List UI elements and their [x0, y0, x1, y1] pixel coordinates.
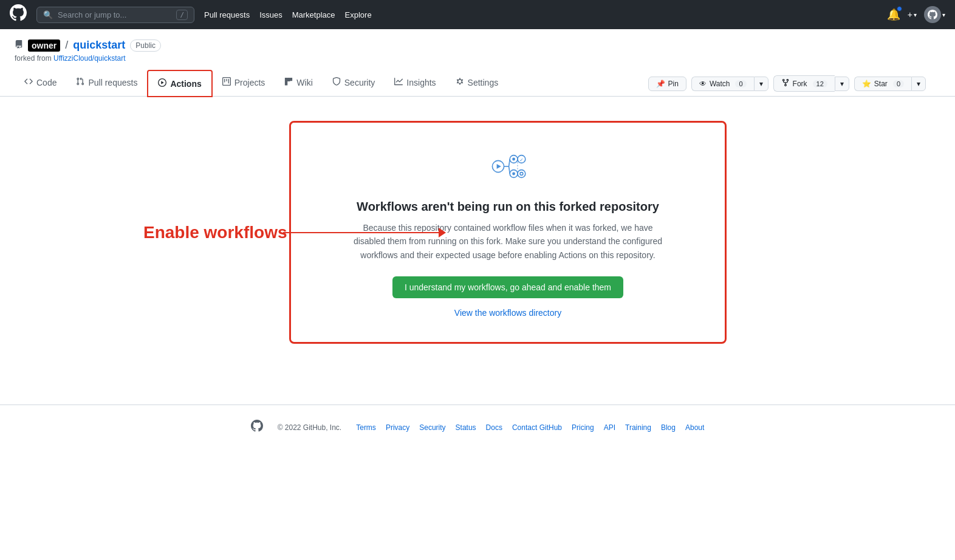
topnav: 🔍 Search or jump to... / Pull requests I…	[0, 0, 955, 29]
svg-line-8	[509, 166, 510, 174]
fork-source-link[interactable]: UffizziCloud/quickstart	[53, 54, 126, 63]
plus-chevron-icon: ▾	[914, 12, 917, 18]
nav-explore[interactable]: Explore	[345, 10, 372, 19]
tab-security-label: Security	[344, 78, 375, 87]
tab-code[interactable]: Code	[15, 70, 66, 96]
svg-point-4	[512, 158, 515, 161]
tab-actions-label: Actions	[170, 79, 201, 89]
tab-security[interactable]: Security	[323, 70, 385, 96]
footer-github-logo	[251, 420, 263, 435]
annotation-line	[283, 232, 441, 233]
eye-icon: 👁	[699, 80, 707, 88]
footer-links: Terms Privacy Security Status Docs Conta…	[356, 423, 704, 432]
footer-blog-link[interactable]: Blog	[661, 423, 676, 432]
tab-wiki-label: Wiki	[296, 78, 312, 87]
annotation-area: Enable workflows	[143, 121, 812, 344]
tab-actions[interactable]: Actions	[147, 70, 212, 97]
workflow-diagram-icon: ✓	[488, 147, 527, 188]
footer-status-link[interactable]: Status	[456, 423, 476, 432]
star-icon: ⭐	[862, 80, 871, 88]
topnav-links: Pull requests Issues Marketplace Explore	[204, 10, 372, 19]
star-dropdown-button[interactable]: ▾	[911, 77, 926, 91]
actions-play-icon	[158, 78, 166, 89]
pin-icon: 📌	[656, 80, 665, 88]
footer-docs-link[interactable]: Docs	[486, 423, 502, 432]
repo-owner-icon	[15, 40, 23, 50]
footer-copyright: © 2022 GitHub, Inc.	[278, 423, 342, 432]
fork-button[interactable]: Fork 12	[773, 75, 835, 92]
fork-icon	[781, 78, 790, 89]
code-icon	[24, 77, 33, 87]
nav-pull-requests[interactable]: Pull requests	[204, 10, 250, 19]
svg-point-11	[518, 170, 525, 178]
svg-point-6	[512, 172, 515, 176]
tab-insights-label: Insights	[406, 78, 436, 87]
projects-icon	[222, 77, 231, 87]
repo-owner-link[interactable]: owner	[28, 39, 60, 52]
github-logo[interactable]	[10, 4, 27, 25]
repo-visibility-badge: Public	[130, 39, 161, 52]
view-workflows-directory-link[interactable]: View the workflows directory	[327, 308, 688, 318]
tab-projects-label: Projects	[234, 78, 265, 87]
repo-header: owner / quickstart Public forked from Uf…	[0, 29, 955, 97]
search-shortcut: /	[176, 10, 188, 20]
workflow-icon-wrapper: ✓	[327, 147, 688, 188]
wiki-icon	[284, 77, 293, 87]
tab-settings[interactable]: Settings	[446, 70, 508, 96]
search-icon: 🔍	[43, 10, 53, 19]
svg-line-7	[509, 159, 510, 166]
footer-pricing-link[interactable]: Pricing	[572, 423, 594, 432]
watch-dropdown-button[interactable]: ▾	[754, 77, 768, 91]
pr-icon	[76, 77, 84, 87]
pin-button[interactable]: 📌 Pin	[648, 77, 686, 91]
enable-workflows-annotation: Enable workflows	[143, 223, 287, 242]
footer-contact-link[interactable]: Contact GitHub	[512, 423, 562, 432]
search-bar[interactable]: 🔍 Search or jump to... /	[36, 7, 194, 23]
annotation-arrowhead-icon	[439, 228, 446, 237]
repo-name-link[interactable]: quickstart	[73, 39, 125, 52]
tab-wiki[interactable]: Wiki	[275, 70, 322, 96]
avatar-chevron-icon: ▾	[942, 12, 945, 18]
footer-security-link[interactable]: Security	[419, 423, 445, 432]
tab-pr-label: Pull requests	[88, 78, 137, 87]
footer-terms-link[interactable]: Terms	[356, 423, 376, 432]
svg-marker-1	[497, 164, 501, 169]
nav-marketplace[interactable]: Marketplace	[292, 10, 335, 19]
footer-api-link[interactable]: API	[604, 423, 615, 432]
search-placeholder: Search or jump to...	[58, 10, 126, 19]
footer-privacy-link[interactable]: Privacy	[386, 423, 409, 432]
tab-insights[interactable]: Insights	[385, 70, 445, 96]
tab-pull-requests[interactable]: Pull requests	[66, 70, 147, 96]
settings-gear-icon	[456, 77, 464, 87]
repo-separator: /	[65, 39, 68, 52]
user-avatar-button[interactable]: ▾	[924, 6, 945, 23]
footer-about-link[interactable]: About	[685, 423, 704, 432]
repo-fork-line: forked from UffizziCloud/quickstart	[15, 54, 940, 63]
workflow-card-description: Because this repository contained workfl…	[350, 221, 666, 262]
svg-point-12	[520, 172, 523, 176]
workflow-card-title: Workflows aren't being run on this forke…	[327, 200, 688, 214]
topnav-right: 🔔 + ▾ ▾	[887, 6, 945, 23]
tab-settings-label: Settings	[468, 78, 499, 87]
notifications-button[interactable]: 🔔	[887, 8, 900, 21]
new-item-button[interactable]: + ▾	[908, 10, 917, 19]
svg-text:✓: ✓	[519, 157, 524, 163]
tab-code-label: Code	[36, 78, 56, 87]
avatar	[924, 6, 941, 23]
insights-icon	[394, 77, 403, 87]
tab-projects[interactable]: Projects	[213, 70, 275, 96]
page-footer: © 2022 GitHub, Inc. Terms Privacy Securi…	[0, 405, 955, 449]
repo-actions-row: 📌 Pin 👁 Watch 0 ▾ Fork 12	[648, 75, 926, 92]
fork-dropdown-button[interactable]: ▾	[835, 77, 849, 91]
star-button[interactable]: ⭐ Star 0	[854, 77, 911, 91]
watch-button[interactable]: 👁 Watch 0	[691, 77, 754, 91]
enable-workflows-button[interactable]: I understand my workflows, go ahead and …	[392, 276, 623, 298]
repo-title-row: owner / quickstart Public	[15, 39, 940, 52]
main-content: Enable workflows	[0, 97, 955, 368]
security-shield-icon	[332, 77, 341, 87]
footer-training-link[interactable]: Training	[625, 423, 651, 432]
nav-issues[interactable]: Issues	[259, 10, 282, 19]
